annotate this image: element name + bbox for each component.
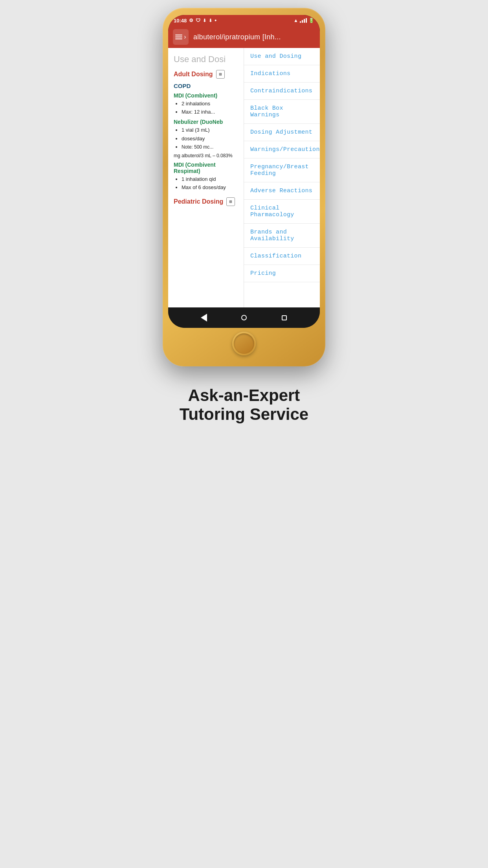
note-text: Note: 500 mc... (182, 144, 213, 150)
nebulizer-label: Nebulizer (DuoNeb (174, 119, 238, 125)
arrow-icon: › (184, 33, 186, 40)
main-drug-content[interactable]: Use and Dosi Adult Dosing ⊞ COPD MDI (Co… (168, 48, 244, 307)
promo-title: Ask-an-Expert Tutoring Service (180, 386, 308, 424)
nav-item-classification[interactable]: Classification (244, 248, 320, 265)
nav-item-indications[interactable]: Indications (244, 65, 320, 83)
nav-item-pricing[interactable]: Pricing (244, 265, 320, 282)
list-item: 1 vial (3 mL) (182, 127, 238, 134)
app-header: › albuterol/ipratropium [Inh... (168, 26, 320, 48)
download-icon: ⬇ (203, 18, 206, 23)
status-bar: 10:48 ⚙ 🛡 ⬇ ⬇ • ▲ (168, 15, 320, 26)
time-display: 10:48 (174, 18, 187, 24)
status-left: 10:48 ⚙ 🛡 ⬇ ⬇ • (174, 17, 216, 24)
recents-square-icon (282, 315, 287, 320)
wifi-icon: ▲ (294, 18, 298, 23)
settings-icon: ⚙ (189, 18, 193, 23)
battery-icon: 🔋 (308, 18, 314, 23)
phone-device: 10:48 ⚙ 🛡 ⬇ ⬇ • ▲ (163, 8, 325, 366)
signal-icon (300, 18, 307, 23)
pediatric-dosing-info-icon[interactable]: ⊞ (226, 197, 235, 206)
hamburger-icon (175, 35, 182, 39)
nav-item-warnings-precautions[interactable]: Warnings/Precautions (244, 141, 320, 158)
status-right: ▲ 🔋 (294, 18, 314, 23)
content-area: Use and Dosi Adult Dosing ⊞ COPD MDI (Co… (168, 48, 320, 307)
dot-icon: • (215, 17, 216, 24)
back-arrow-icon (201, 314, 207, 322)
list-item: 1 inhalation qid (182, 176, 238, 183)
copd-label: COPD (174, 83, 238, 89)
nav-item-pregnancy-breast-feeding[interactable]: Pregnancy/Breast Feeding (244, 158, 320, 182)
nav-item-black-box-warnings[interactable]: Black Box Warnings (244, 100, 320, 124)
nav-menu: Use and DosingIndicationsContraindicatio… (244, 48, 320, 307)
download2-icon: ⬇ (209, 18, 212, 23)
android-nav-bar (168, 307, 320, 328)
home-button-physical[interactable] (232, 332, 256, 355)
adult-dosing-title: Adult Dosing ⊞ (174, 70, 238, 79)
list-item: doses/day (182, 135, 238, 142)
home-circle-icon (241, 315, 247, 320)
adult-dosing-info-icon[interactable]: ⊞ (216, 70, 225, 79)
list-item: 2 inhalations (182, 100, 238, 107)
list-item: Max: 12 inha... (182, 108, 238, 116)
nav-item-dosing-adjustment[interactable]: Dosing Adjustment (244, 124, 320, 141)
section-heading: Use and Dosi (174, 54, 238, 64)
menu-button[interactable]: › (173, 29, 189, 45)
home-button[interactable] (238, 312, 250, 324)
mdi-combivent-bullets: 2 inhalations Max: 12 inha... (174, 100, 238, 116)
mdi-respimat-bullets: 1 inhalation qid Max of 6 doses/day (174, 176, 238, 191)
nebulizer-bullets: 1 vial (3 mL) doses/day Note: 500 mc... (174, 127, 238, 151)
nav-item-clinical-pharmacology[interactable]: Clinical Pharmacology (244, 200, 320, 224)
nebulizer-note: mg albuterol/3 mL – 0.083% (174, 153, 238, 158)
mdi-respimat-label: MDI (Combivent Respimat) (174, 162, 238, 174)
promo-section: Ask-an-Expert Tutoring Service (172, 374, 316, 436)
list-item: Note: 500 mc... (182, 143, 238, 151)
home-button-inner (234, 333, 254, 354)
nav-item-adverse-reactions[interactable]: Adverse Reactions (244, 182, 320, 200)
recents-button[interactable] (278, 312, 290, 324)
pediatric-dosing-title: Pediatric Dosing ⊞ (174, 197, 238, 206)
nav-item-brands-and-availability[interactable]: Brands and Availability (244, 224, 320, 248)
list-item: Max of 6 doses/day (182, 184, 238, 191)
nav-item-contraindications[interactable]: Contraindications (244, 83, 320, 100)
nav-item-use-and-dosing[interactable]: Use and Dosing (244, 48, 320, 65)
shield-icon: 🛡 (196, 18, 200, 23)
mdi-combivent-label: MDI (Combivent) (174, 92, 238, 99)
phone-screen: 10:48 ⚙ 🛡 ⬇ ⬇ • ▲ (168, 15, 320, 328)
app-title: albuterol/ipratropium [Inh... (193, 33, 281, 41)
back-button[interactable] (198, 312, 210, 324)
